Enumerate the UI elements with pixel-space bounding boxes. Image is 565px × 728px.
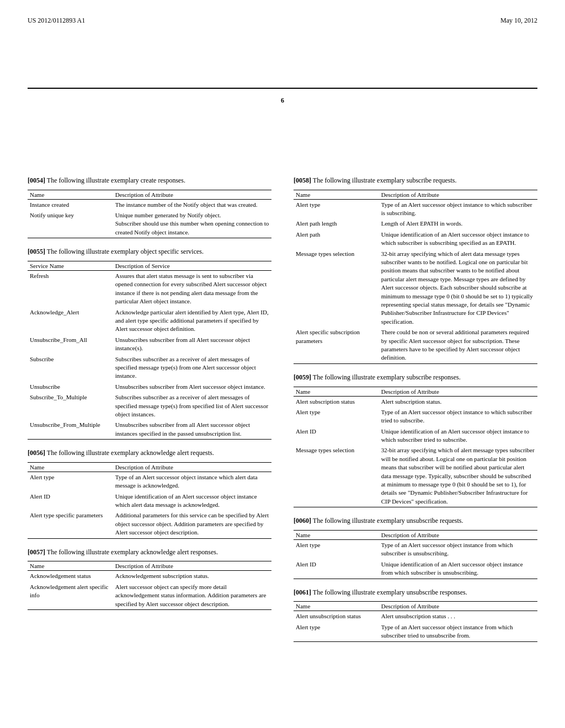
- row-name: Alert type: [294, 540, 379, 559]
- col-header-name: Name: [294, 531, 379, 540]
- row-desc: Alert subscription status.: [379, 396, 537, 407]
- col-header-name: Name: [294, 190, 379, 199]
- row-desc: Unique identification of an Alert succes…: [379, 559, 537, 579]
- table-row: Notify unique key Unique number generate…: [28, 210, 271, 238]
- row-desc: Unique identification of an Alert succes…: [379, 426, 537, 446]
- table-row: Alert ID Unique identification of an Ale…: [28, 491, 271, 511]
- row-desc: Type of an Alert successor object instan…: [379, 622, 537, 641]
- patent-date: May 10, 2012: [500, 17, 537, 25]
- section-0056-title: [0056] The following illustrate exemplar…: [28, 448, 271, 458]
- row-desc: Unique identification of an Alert succes…: [379, 229, 537, 249]
- section-0059-title: [0059] The following illustrate exemplar…: [294, 373, 537, 382]
- row-name: Message types selection: [294, 445, 379, 507]
- table-row: Alert type Type of an Alert successor ob…: [28, 472, 271, 491]
- row-name: Alert type specific parameters: [28, 510, 113, 538]
- table-row: Alert type Type of an Alert successor ob…: [294, 622, 537, 641]
- section-0059: [0059] The following illustrate exemplar…: [294, 373, 537, 507]
- section-0056: [0056] The following illustrate exemplar…: [28, 448, 271, 539]
- row-desc: Subscribes subscriber as a receiver of a…: [113, 392, 271, 420]
- col-header-name: Name: [294, 387, 379, 396]
- section-0054: [0054] The following illustrate exemplar…: [28, 176, 271, 238]
- row-desc: Type of an Alert successor object instan…: [379, 407, 537, 426]
- section-0058-title: [0058] The following illustrate exemplar…: [294, 176, 537, 185]
- row-name: Notify unique key: [28, 210, 113, 238]
- row-desc: Type of an Alert successor object instan…: [379, 199, 537, 218]
- row-name: Unsubscribe_From_Multiple: [28, 420, 113, 439]
- row-desc: Unsubscribes subscriber from all Alert s…: [113, 335, 271, 354]
- table-row: Alert path length Length of Alert EPATH …: [294, 218, 537, 229]
- row-name: Alert specific subscription parameters: [294, 327, 379, 363]
- table-row: Message types selection 32-bit array spe…: [294, 445, 537, 507]
- col-header-desc: Description of Attribute: [113, 462, 271, 472]
- row-name: Unsubscribe: [28, 382, 113, 392]
- row-name: Subscribe_To_Multiple: [28, 392, 113, 420]
- section-0060-title: [0060] The following illustrate exemplar…: [294, 516, 537, 526]
- row-desc: There could be non or several additional…: [379, 327, 537, 363]
- section-0061: [0061] The following illustrate exemplar…: [294, 588, 537, 642]
- row-name: Alert unsubscription status: [294, 611, 379, 622]
- page-header: US 2012/0112893 A1 May 10, 2012: [28, 17, 537, 89]
- table-0054: Name Description of Attribute Instance c…: [28, 190, 271, 239]
- col-header-name: Name: [28, 462, 113, 472]
- section-0055-title: [0055] The following illustrate exemplar…: [28, 247, 271, 256]
- row-name: Alert type: [294, 622, 379, 641]
- table-row: Subscribe Subscribes subscriber as a rec…: [28, 354, 271, 382]
- table-0055: Service Name Description of Service Refr…: [28, 261, 271, 440]
- col-header-name: Name: [294, 602, 379, 611]
- row-desc: Type of an Alert successor object instan…: [113, 472, 271, 491]
- section-0055: [0055] The following illustrate exemplar…: [28, 247, 271, 440]
- row-desc: Type of an Alert successor object instan…: [379, 540, 537, 559]
- row-name: Message types selection: [294, 249, 379, 328]
- table-0061: Name Description of Attribute Alert unsu…: [294, 601, 537, 641]
- section-0057-title: [0057] The following illustrate exemplar…: [28, 548, 271, 557]
- row-name: Alert ID: [294, 559, 379, 579]
- table-row: Unsubscribe_From_All Unsubscribes subscr…: [28, 335, 271, 354]
- row-desc: Unsubscribes subscriber from Alert succe…: [113, 382, 271, 392]
- table-row: Unsubscribe Unsubscribes subscriber from…: [28, 382, 271, 392]
- col-header-service: Service Name: [28, 261, 113, 271]
- col-header-desc: Description of Attribute: [379, 602, 537, 611]
- row-desc: Alert successor object can specify more …: [113, 582, 271, 610]
- row-name: Alert ID: [294, 426, 379, 446]
- left-column: [0054] The following illustrate exemplar…: [28, 176, 282, 711]
- section-0057: [0057] The following illustrate exemplar…: [28, 548, 271, 610]
- row-name: Alert type: [294, 407, 379, 426]
- col-header-service-desc: Description of Service: [113, 261, 271, 271]
- table-row: Alert path Unique identification of an A…: [294, 229, 537, 249]
- section-0058: [0058] The following illustrate exemplar…: [294, 176, 537, 364]
- right-column: [0058] The following illustrate exemplar…: [282, 176, 537, 711]
- col-header-name: Name: [28, 190, 113, 199]
- table-row: Unsubscribe_From_Multiple Unsubscribes s…: [28, 420, 271, 439]
- col-header-name: Name: [28, 561, 113, 571]
- col-header-desc: Description of Attribute: [113, 561, 271, 571]
- row-desc: Unique identification of an Alert succes…: [113, 491, 271, 511]
- table-0056: Name Description of Attribute Alert type…: [28, 462, 271, 539]
- table-0058: Name Description of Attribute Alert type…: [294, 190, 537, 364]
- table-row: Alert unsubscription status Alert unsubs…: [294, 611, 537, 622]
- table-row: Alert type Type of an Alert successor ob…: [294, 407, 537, 426]
- col-header-desc: Description of Attribute: [113, 190, 271, 199]
- row-desc: Acknowledge particular alert identified …: [113, 307, 271, 335]
- table-0057: Name Description of Attribute Acknowledg…: [28, 561, 271, 610]
- row-desc: Subscribes subscriber as a receiver of a…: [113, 354, 271, 382]
- page: US 2012/0112893 A1 May 10, 2012 6 [0054]…: [0, 0, 565, 728]
- row-desc: The instance number of the Notify object…: [113, 199, 271, 210]
- row-name: Unsubscribe_From_All: [28, 335, 113, 354]
- row-name: Instance created: [28, 199, 113, 210]
- row-name: Acknowledge_Alert: [28, 307, 113, 335]
- row-desc: Alert unsubscription status . . .: [379, 611, 537, 622]
- section-0054-title: [0054] The following illustrate exemplar…: [28, 176, 271, 185]
- row-desc: Assures that alert status message is sen…: [113, 271, 271, 307]
- table-row: Subscribe_To_Multiple Subscribes subscri…: [28, 392, 271, 420]
- section-0060: [0060] The following illustrate exemplar…: [294, 516, 537, 579]
- row-name: Alert path length: [294, 218, 379, 229]
- table-row: Alert specific subscription parameters T…: [294, 327, 537, 363]
- row-name: Acknowledgement status: [28, 571, 113, 582]
- table-row: Acknowledgement alert specific info Aler…: [28, 582, 271, 610]
- row-desc: 32-bit array specifying which of alert d…: [379, 249, 537, 328]
- row-desc: Additional parameters for this service c…: [113, 510, 271, 538]
- col-header-desc: Description of Attribute: [379, 190, 537, 199]
- table-row: Alert ID Unique identification of an Ale…: [294, 559, 537, 579]
- table-row: Alert ID Unique identification of an Ale…: [294, 426, 537, 446]
- col-header-desc: Description of Attribute: [379, 531, 537, 540]
